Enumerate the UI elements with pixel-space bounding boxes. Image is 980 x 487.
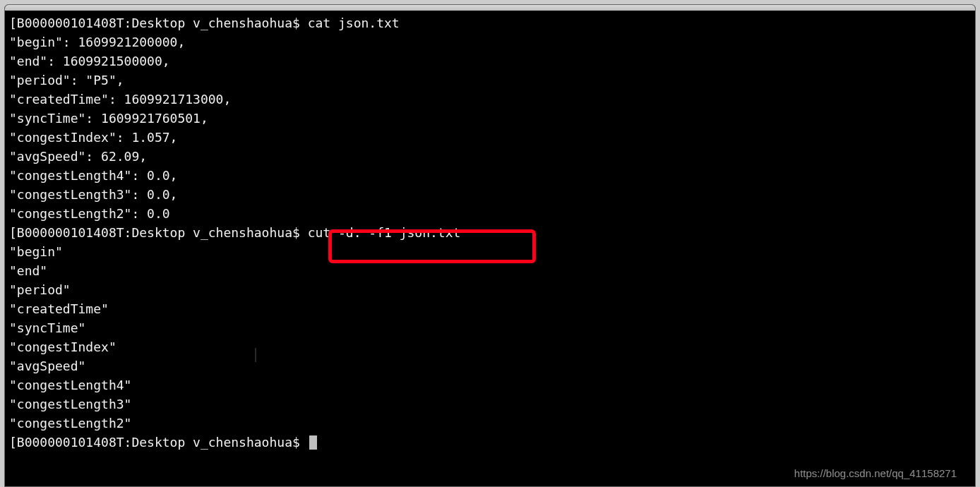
terminal-line: "congestIndex": 1.057, [9,128,971,147]
terminal-line: [B000000101408T:Desktop v_chenshaohua$ c… [9,13,971,32]
terminal-line: "createdTime": 1609921713000, [9,90,971,109]
terminal-content[interactable]: [B000000101408T:Desktop v_chenshaohua$ c… [5,11,975,486]
terminal-line: "congestIndex" [9,337,971,356]
terminal-line: "avgSpeed" [9,356,971,375]
terminal-line: "end" [9,261,971,280]
terminal-line: "begin": 1609921200000, [9,32,971,52]
terminal-line: "congestLength4" [9,375,971,395]
terminal-line: "avgSpeed": 62.09, [9,147,971,166]
terminal-line: "begin" [9,242,971,261]
terminal-line: [B000000101408T:Desktop v_chenshaohua$ c… [9,223,971,242]
cursor-block [309,435,317,450]
terminal-line: "end": 1609921500000, [9,52,971,71]
terminal-line: "createdTime" [9,299,971,318]
terminal-line: [B000000101408T:Desktop v_chenshaohua$ [9,433,971,452]
terminal-line: "period" [9,280,971,299]
terminal-line: "congestLength4": 0.0, [9,166,971,185]
watermark-text: https://blog.csdn.net/qq_41158271 [794,467,957,479]
terminal-line: "congestLength2" [9,414,971,433]
terminal-line: "congestLength3": 0.0, [9,185,971,204]
terminal-line: "congestLength2": 0.0 [9,204,971,223]
terminal-line: "congestLength3" [9,395,971,414]
terminal-line: "syncTime": 1609921760501, [9,109,971,128]
terminal-line: "syncTime" [9,318,971,337]
terminal-line: "period": "P5", [9,71,971,90]
terminal-window: Tools Games Settings Macros Help Games S… [4,4,976,487]
